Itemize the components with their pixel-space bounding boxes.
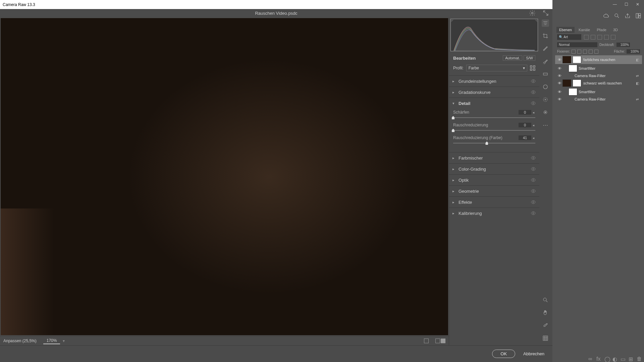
workspace-icon[interactable]	[635, 13, 641, 19]
eye-icon[interactable]	[531, 155, 536, 161]
zoom-dropdown-icon[interactable]: ▾	[63, 339, 65, 343]
camera-raw-filter-row-1[interactable]: 👁 Camera Raw-Filter ⇄	[555, 73, 642, 79]
section-calibration[interactable]: ▸Kalibrierung	[449, 208, 539, 219]
eyedropper-tool-icon[interactable]	[542, 96, 549, 103]
profile-browser-icon[interactable]	[530, 65, 535, 71]
auto-button[interactable]: Automat.	[503, 55, 522, 61]
opacity-input[interactable]	[616, 43, 630, 47]
camera-raw-filter-row-2[interactable]: 👁 Camera Raw-Filter ⇄	[555, 96, 642, 102]
lock-pixel-icon[interactable]	[577, 50, 581, 54]
highlight-clip-icon[interactable]: ◥	[535, 19, 537, 22]
filter-adjust-icon[interactable]	[591, 35, 595, 40]
maximize-icon[interactable]: ☐	[622, 1, 631, 7]
filter-shape-icon[interactable]	[604, 35, 609, 40]
filter-pixel-icon[interactable]	[584, 35, 589, 40]
share-icon[interactable]	[625, 13, 631, 19]
tab-channels[interactable]: Kanäle	[576, 27, 593, 33]
filter-smart-icon[interactable]	[611, 35, 615, 40]
section-curve[interactable]: ▸Gradationskurve	[449, 87, 539, 98]
group-icon[interactable]: ▭	[621, 356, 625, 361]
tab-3d[interactable]: 3D	[610, 27, 621, 33]
layer-schwarz-weiss-rauschen[interactable]: 👁 schwarz weiß rauschen ◧	[555, 79, 642, 87]
cloud-icon[interactable]	[603, 13, 609, 19]
histogram[interactable]: ◤ ◥	[449, 17, 539, 53]
tab-layers[interactable]: Ebenen	[556, 27, 575, 33]
bw-button[interactable]: S/W	[524, 55, 535, 61]
shadow-clip-icon[interactable]: ◤	[451, 19, 454, 22]
preview-image[interactable]	[1, 18, 448, 335]
close-icon[interactable]: ✕	[633, 1, 642, 7]
profile-select[interactable]: Farbe	[466, 65, 527, 71]
eye-icon[interactable]	[531, 188, 536, 194]
filter-type-icon[interactable]	[597, 35, 602, 40]
trash-icon[interactable]: 🗑	[637, 356, 641, 361]
grid-tool-icon[interactable]	[542, 335, 549, 342]
search-icon[interactable]	[614, 13, 620, 19]
link-icon[interactable]: ∞	[588, 356, 593, 361]
mask-icon[interactable]: ◯	[604, 356, 609, 361]
color-noise-slider[interactable]	[453, 143, 535, 143]
fit-label[interactable]: Anpassen (25,5%)	[3, 339, 37, 343]
zoom-value[interactable]: 170%	[43, 338, 60, 344]
smartfilter-row-1[interactable]: 👁 Smartfilter	[555, 64, 642, 73]
visibility-icon[interactable]: 👁	[556, 73, 562, 78]
eye-icon[interactable]	[531, 166, 536, 172]
before-view-icon[interactable]	[424, 339, 429, 343]
section-optics[interactable]: ▸Optik	[449, 175, 539, 185]
filter-mask[interactable]	[569, 65, 577, 72]
lock-all-icon[interactable]	[594, 50, 598, 54]
sampler-tool-icon[interactable]	[542, 322, 549, 329]
cancel-button[interactable]: Abbrechen	[523, 351, 544, 356]
crop-tool-icon[interactable]	[542, 32, 549, 40]
filter-options-icon[interactable]: ⇄	[636, 74, 641, 78]
noise-slider[interactable]	[453, 130, 535, 131]
ok-button[interactable]: OK	[492, 350, 515, 358]
eye-icon[interactable]	[531, 199, 536, 205]
visibility-icon[interactable]: 👁	[556, 81, 562, 85]
layer-mask[interactable]	[573, 79, 581, 87]
visibility-icon[interactable]: 👁	[556, 89, 562, 94]
eye-icon[interactable]	[531, 101, 536, 106]
eye-icon[interactable]	[531, 78, 536, 84]
redeye-tool-icon[interactable]	[542, 109, 549, 116]
hand-tool-icon[interactable]	[542, 309, 549, 316]
eye-icon[interactable]	[531, 89, 536, 95]
section-geometry[interactable]: ▸Geometrie	[449, 186, 539, 196]
section-grading[interactable]: ▸Color-Grading	[449, 164, 539, 174]
layer-filter-kind[interactable]: Art	[557, 34, 581, 40]
before-after-icon[interactable]	[435, 339, 445, 343]
section-effects[interactable]: ▸Effekte	[449, 197, 539, 207]
expand-icon[interactable]: ◂	[531, 136, 535, 140]
more-icon[interactable]: ⋯	[542, 121, 549, 129]
section-basic[interactable]: ▸Grundeinstellungen	[449, 76, 539, 86]
edit-tool-icon[interactable]	[542, 19, 549, 27]
fill-input[interactable]	[627, 49, 640, 54]
adjustment-icon[interactable]: ◐	[612, 356, 617, 361]
sharpen-slider[interactable]	[453, 117, 535, 118]
lock-trans-icon[interactable]	[572, 50, 576, 54]
expand-icon[interactable]: ◂	[531, 111, 535, 114]
visibility-icon[interactable]: 👁	[556, 97, 562, 102]
lock-nest-icon[interactable]	[589, 50, 593, 54]
zoom-tool-icon[interactable]	[542, 296, 549, 304]
heal-tool-icon[interactable]	[542, 45, 549, 52]
gradient-tool-icon[interactable]	[542, 70, 549, 78]
filter-mask[interactable]	[569, 88, 577, 96]
radial-tool-icon[interactable]	[542, 83, 549, 90]
lock-pos-icon[interactable]	[583, 50, 587, 54]
gear-icon[interactable]	[529, 10, 536, 16]
layer-farbliches-rauschen[interactable]: 👁 farbliches rauschen ◧	[555, 55, 642, 64]
expand-icon[interactable]: ◂	[531, 123, 535, 127]
blend-mode-select[interactable]: Normal	[557, 42, 597, 47]
color-noise-value-input[interactable]	[519, 135, 531, 140]
visibility-icon[interactable]: 👁	[556, 66, 562, 71]
new-layer-icon[interactable]: ⊞	[629, 356, 633, 361]
smartfilter-row-2[interactable]: 👁 Smartfilter	[555, 87, 642, 96]
tab-paths[interactable]: Pfade	[594, 27, 609, 33]
visibility-icon[interactable]: 👁	[556, 57, 562, 62]
section-detail[interactable]: ▾Detail	[449, 98, 539, 109]
section-mixer[interactable]: ▸Farbmischer	[449, 153, 539, 163]
fullscreen-icon[interactable]	[542, 10, 549, 16]
sharpen-value-input[interactable]	[519, 110, 531, 115]
eye-icon[interactable]	[531, 210, 536, 216]
